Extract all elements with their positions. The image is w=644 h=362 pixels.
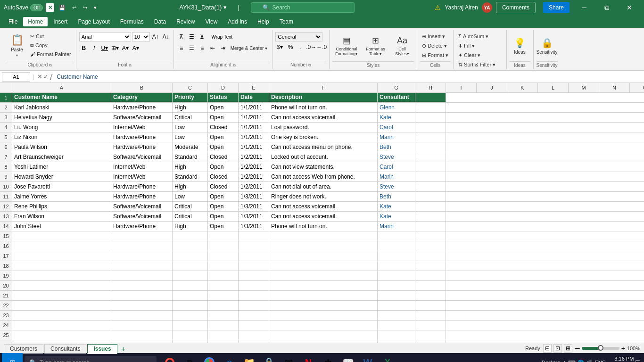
empty-cell[interactable]: [111, 311, 173, 320]
italic-button[interactable]: I: [90, 43, 99, 53]
table-cell[interactable]: Closed: [208, 172, 239, 181]
paste-arrow[interactable]: ▾: [16, 53, 18, 58]
empty-cell[interactable]: [12, 340, 111, 343]
table-cell[interactable]: 1/1/2011: [239, 113, 269, 122]
formula-input[interactable]: [55, 72, 642, 82]
empty-cell[interactable]: [378, 231, 415, 241]
comma-button[interactable]: ,: [296, 42, 305, 52]
empty-cell[interactable]: [415, 202, 446, 211]
table-cell[interactable]: Helvetius Nagy: [12, 113, 111, 122]
table-cell[interactable]: Standard: [173, 172, 208, 181]
empty-cell[interactable]: [415, 222, 446, 231]
empty-cell[interactable]: [415, 261, 446, 271]
redo-button[interactable]: ↪: [81, 3, 89, 12]
table-cell[interactable]: One key is broken.: [269, 132, 378, 142]
empty-cell[interactable]: [269, 340, 378, 343]
empty-cell[interactable]: [269, 301, 378, 310]
header-cell[interactable]: Priority: [173, 93, 208, 102]
table-cell[interactable]: Can not access voicemail.: [269, 202, 378, 211]
empty-cell[interactable]: [415, 182, 446, 191]
empty-cell[interactable]: [269, 281, 378, 290]
table-cell[interactable]: Closed: [208, 182, 239, 191]
table-cell[interactable]: 1/1/2011: [239, 142, 269, 152]
percent-button[interactable]: %: [286, 42, 295, 52]
table-cell[interactable]: Can not dial out of area.: [269, 182, 378, 191]
indent-decrease-button[interactable]: ⇤: [208, 43, 217, 53]
empty-cell[interactable]: [12, 241, 111, 251]
empty-cell[interactable]: [173, 330, 208, 340]
header-cell[interactable]: Status: [208, 93, 239, 102]
table-cell[interactable]: Paula Wilson: [12, 142, 111, 152]
table-cell[interactable]: Ringer does not work.: [269, 192, 378, 201]
table-cell[interactable]: Can not access menu on phone.: [269, 142, 378, 152]
empty-cell[interactable]: [208, 311, 239, 320]
table-cell[interactable]: Kate: [378, 113, 415, 122]
table-cell[interactable]: Moderate: [173, 142, 208, 152]
empty-cell[interactable]: [415, 271, 446, 280]
save-button[interactable]: 💾: [57, 3, 67, 12]
table-cell[interactable]: Phone will not turn on.: [269, 103, 378, 112]
font-color-button[interactable]: A▾: [131, 43, 140, 53]
comments-button[interactable]: Comments: [496, 2, 536, 13]
table-cell[interactable]: Critical: [173, 212, 208, 221]
empty-cell[interactable]: [173, 261, 208, 271]
table-cell[interactable]: Marin: [378, 132, 415, 142]
empty-cell[interactable]: [415, 123, 446, 132]
col-header-e[interactable]: E: [239, 83, 269, 92]
empty-cell[interactable]: [239, 241, 269, 251]
menu-data[interactable]: Data: [149, 17, 171, 26]
empty-cell[interactable]: [239, 301, 269, 310]
table-cell[interactable]: Critical: [173, 113, 208, 122]
empty-cell[interactable]: [173, 231, 208, 241]
empty-cell[interactable]: [378, 291, 415, 300]
empty-cell[interactable]: [239, 261, 269, 271]
empty-cell[interactable]: [415, 172, 446, 181]
empty-cell[interactable]: [239, 321, 269, 330]
col-header-k[interactable]: K: [507, 83, 538, 92]
autosave-toggle[interactable]: AutoSave Off: [4, 4, 43, 11]
taskbar-search[interactable]: 🔍 Type here to search: [25, 356, 157, 362]
table-cell[interactable]: Software/Voicemail: [111, 202, 173, 211]
delete-cells-button[interactable]: ⊖ Delete ▾: [420, 41, 449, 50]
table-cell[interactable]: Kate: [378, 212, 415, 221]
table-cell[interactable]: Software/Voicemail: [111, 212, 173, 221]
empty-cell[interactable]: [415, 192, 446, 201]
indent-increase-button[interactable]: ⇥: [218, 43, 228, 53]
table-cell[interactable]: Open: [208, 162, 239, 172]
alignment-expand[interactable]: ⧉: [233, 63, 236, 67]
currency-button[interactable]: $▾: [275, 42, 285, 52]
underline-button[interactable]: U▾: [100, 43, 109, 53]
table-cell[interactable]: Howard Snyder: [12, 172, 111, 181]
empty-cell[interactable]: [173, 241, 208, 251]
table-cell[interactable]: Internet/Web: [111, 172, 173, 181]
table-cell[interactable]: Hardware/Phone: [111, 132, 173, 142]
empty-cell[interactable]: [415, 251, 446, 261]
taskbar-mail[interactable]: ✉: [279, 353, 298, 362]
minimize-button[interactable]: ─: [573, 0, 595, 15]
insert-cells-button[interactable]: ⊕ Insert ▾: [420, 32, 447, 41]
col-header-m[interactable]: M: [569, 83, 599, 92]
format-as-table-button[interactable]: ⊞ Format as Table▾: [363, 32, 388, 59]
taskbar-excel[interactable]: X: [378, 353, 397, 362]
empty-cell[interactable]: [415, 330, 446, 340]
empty-cell[interactable]: [111, 330, 173, 340]
empty-cell[interactable]: [415, 103, 446, 112]
table-cell[interactable]: Carol: [378, 162, 415, 172]
empty-cell[interactable]: [239, 231, 269, 241]
empty-cell[interactable]: [378, 321, 415, 330]
col-header-i[interactable]: I: [446, 83, 477, 92]
zoom-out-button[interactable]: ─: [575, 345, 580, 352]
sensitivity-button[interactable]: 🔒 Sensitivity: [537, 32, 557, 59]
header-cell[interactable]: Customer Name: [12, 93, 111, 102]
cell-reference[interactable]: [2, 72, 30, 82]
empty-cell[interactable]: [239, 281, 269, 290]
conditional-formatting-button[interactable]: ▤ Conditional Formatting▾: [332, 32, 361, 59]
empty-cell[interactable]: [173, 321, 208, 330]
empty-cell[interactable]: [111, 291, 173, 300]
wrap-text-button[interactable]: Wrap Text: [208, 32, 236, 41]
taskbar-network[interactable]: 🌐: [578, 360, 584, 362]
empty-cell[interactable]: [239, 271, 269, 280]
number-format-select[interactable]: General: [275, 32, 322, 41]
align-center-button[interactable]: ☰: [187, 43, 197, 53]
table-cell[interactable]: Open: [208, 202, 239, 211]
